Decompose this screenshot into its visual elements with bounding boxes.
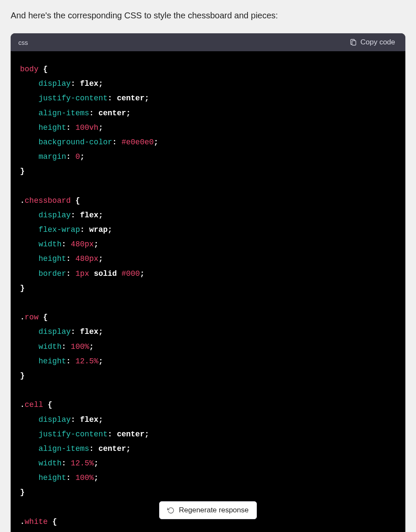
- clipboard-icon: [349, 38, 357, 46]
- svg-rect-0: [352, 41, 356, 45]
- copy-code-label: Copy code: [361, 38, 395, 47]
- copy-code-button[interactable]: Copy code: [347, 38, 398, 47]
- intro-text: And here's the corresponding CSS to styl…: [11, 11, 405, 20]
- code-content: body { display: flex; justify-content: c…: [11, 51, 405, 532]
- language-label: css: [18, 39, 28, 46]
- regenerate-label: Regenerate response: [179, 506, 249, 514]
- code-header: css Copy code: [11, 33, 405, 51]
- regenerate-response-button[interactable]: Regenerate response: [159, 501, 257, 519]
- code-block: css Copy code body { display: flex; just…: [11, 33, 405, 532]
- regenerate-icon: [167, 507, 175, 514]
